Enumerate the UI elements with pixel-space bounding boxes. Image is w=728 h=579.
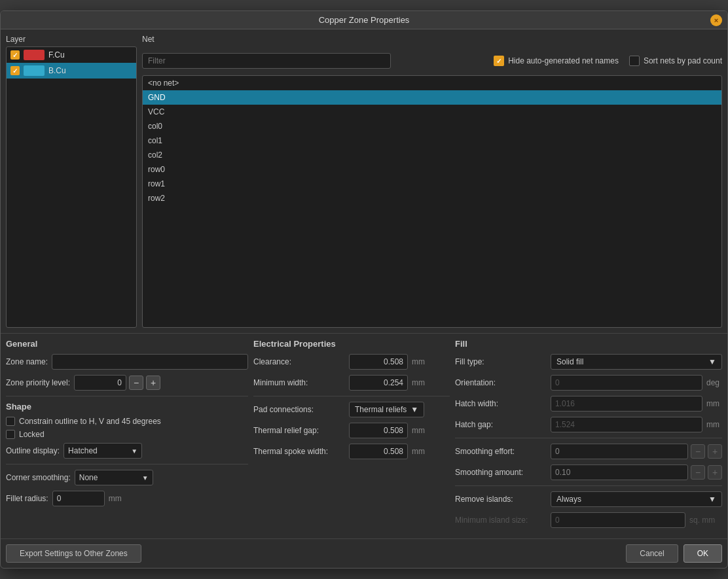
zone-name-label: Zone name: [6, 357, 48, 366]
corner-smoothing-arrow: ▼ [142, 474, 149, 482]
orientation-label: Orientation: [455, 378, 547, 387]
clearance-row: Clearance: mm [253, 354, 450, 370]
layer-color-bcu [24, 65, 45, 76]
outline-display-dropdown[interactable]: Hatched ▼ [64, 443, 142, 459]
fillet-unit: mm [109, 494, 124, 503]
thermal-spoke-input[interactable] [349, 444, 408, 459]
smoothing-effort-label: Smoothing effort: [455, 447, 547, 456]
dialog: Copper Zone Properties × Layer F.Cu B.Cu [0, 10, 728, 569]
ok-button[interactable]: OK [683, 544, 722, 563]
outline-display-row: Outline display: Hatched ▼ [6, 443, 248, 459]
net-options: Hide auto-generated net names Sort nets … [494, 56, 722, 66]
min-island-label: Minimum island size: [455, 516, 547, 525]
layer-label: Layer [6, 35, 137, 44]
min-width-row: Minimum width: mm [253, 375, 450, 391]
fill-type-dropdown[interactable]: Solid fill ▼ [551, 354, 722, 370]
hide-auto-label[interactable]: Hide auto-generated net names [494, 56, 619, 66]
orientation-unit: deg [706, 378, 722, 387]
fill-type-arrow: ▼ [708, 357, 716, 366]
min-width-input[interactable] [349, 375, 408, 391]
layer-color-fcu [24, 50, 45, 60]
dialog-title: Copper Zone Properties [319, 15, 410, 25]
thermal-gap-label: Thermal relief gap: [253, 426, 345, 435]
thermal-gap-unit: mm [412, 426, 428, 435]
net-item-nonet[interactable]: <no net> [143, 76, 721, 90]
min-island-input[interactable] [551, 512, 685, 528]
pad-conn-arrow: ▼ [410, 405, 418, 414]
net-item-row1[interactable]: row1 [143, 177, 721, 191]
net-item-row0[interactable]: row0 [143, 162, 721, 177]
electrical-panel: Electrical Properties Clearance: mm Mini… [253, 339, 450, 533]
pad-connections-label: Pad connections: [253, 405, 345, 414]
min-island-unit: sq. mm [689, 516, 722, 525]
outline-display-arrow: ▼ [131, 447, 137, 455]
smoothing-amount-decrement[interactable]: − [691, 465, 705, 480]
constrain-checkbox[interactable] [6, 417, 15, 426]
sort-pads-checkbox[interactable] [629, 56, 640, 66]
min-width-label: Minimum width: [253, 378, 345, 387]
min-island-row: Minimum island size: sq. mm [455, 512, 722, 528]
hatch-gap-label: Hatch gap: [455, 420, 547, 429]
priority-label: Zone priority level: [6, 378, 70, 387]
close-button[interactable]: × [710, 14, 722, 26]
fillet-radius-label: Fillet radius: [6, 494, 48, 503]
hatch-width-unit: mm [706, 399, 722, 408]
priority-decrement[interactable]: − [129, 376, 143, 390]
net-item-col0[interactable]: col0 [143, 119, 721, 133]
hatch-gap-input[interactable] [551, 417, 702, 432]
net-item-col2[interactable]: col2 [143, 148, 721, 162]
sort-pads-label[interactable]: Sort nets by pad count [629, 56, 722, 66]
general-panel: General Zone name: Zone priority level: … [6, 339, 248, 533]
fillet-radius-input[interactable] [52, 491, 105, 506]
clearance-label: Clearance: [253, 357, 345, 366]
fillet-radius-row: Fillet radius: mm [6, 491, 248, 506]
smoothing-effort-decrement[interactable]: − [691, 444, 705, 459]
footer: Export Settings to Other Zones Cancel OK [1, 538, 727, 568]
cancel-button[interactable]: Cancel [626, 544, 678, 563]
pad-connections-dropdown[interactable]: Thermal reliefs ▼ [349, 402, 424, 417]
layer-item-bcu[interactable]: B.Cu [7, 63, 136, 79]
hide-auto-checkbox[interactable] [494, 56, 504, 66]
locked-row: Locked [6, 430, 248, 439]
remove-islands-arrow: ▼ [708, 495, 716, 504]
net-list: <no net> GND VCC col0 col1 col2 row0 row… [142, 75, 722, 328]
clearance-input[interactable] [349, 354, 408, 370]
min-width-unit: mm [412, 378, 428, 387]
smoothing-amount-input[interactable] [551, 465, 688, 480]
layer-checkbox-fcu[interactable] [10, 50, 20, 60]
locked-checkbox[interactable] [6, 430, 15, 439]
orientation-input[interactable] [551, 375, 702, 391]
shape-section: Shape Constrain outline to H, V and 45 d… [6, 402, 248, 506]
net-item-col1[interactable]: col1 [143, 133, 721, 148]
layer-name-fcu: F.Cu [48, 50, 65, 60]
layer-list: F.Cu B.Cu [6, 46, 137, 328]
smoothing-effort-increment[interactable]: + [708, 444, 722, 459]
net-label: Net [142, 35, 155, 44]
net-item-gnd[interactable]: GND [143, 90, 721, 105]
corner-smoothing-dropdown[interactable]: None ▼ [75, 470, 153, 485]
corner-smoothing-row: Corner smoothing: None ▼ [6, 470, 248, 485]
smoothing-amount-increment[interactable]: + [708, 465, 722, 480]
thermal-gap-input[interactable] [349, 423, 408, 438]
hatch-width-input[interactable] [551, 396, 702, 412]
layer-name-bcu: B.Cu [48, 66, 66, 75]
smoothing-effort-input[interactable] [551, 444, 688, 459]
zone-name-input[interactable] [52, 354, 248, 370]
priority-increment[interactable]: + [146, 376, 160, 390]
constrain-row: Constrain outline to H, V and 45 degrees [6, 417, 248, 426]
titlebar: Copper Zone Properties × [1, 11, 727, 29]
fill-title: Fill [455, 339, 722, 349]
layer-item-fcu[interactable]: F.Cu [7, 47, 136, 63]
priority-input[interactable] [74, 375, 126, 391]
net-item-vcc[interactable]: VCC [143, 105, 721, 119]
remove-islands-label: Remove islands: [455, 495, 547, 504]
remove-islands-dropdown[interactable]: Always ▼ [551, 491, 722, 507]
constrain-label: Constrain outline to H, V and 45 degrees [19, 417, 161, 426]
net-item-row2[interactable]: row2 [143, 191, 721, 205]
layer-panel: Layer F.Cu B.Cu [6, 35, 137, 328]
net-top-row: Net [142, 35, 722, 46]
export-button[interactable]: Export Settings to Other Zones [6, 544, 141, 563]
layer-checkbox-bcu[interactable] [10, 66, 20, 75]
net-filter-input[interactable] [142, 53, 391, 69]
smoothing-amount-row: Smoothing amount: − + [455, 465, 722, 480]
